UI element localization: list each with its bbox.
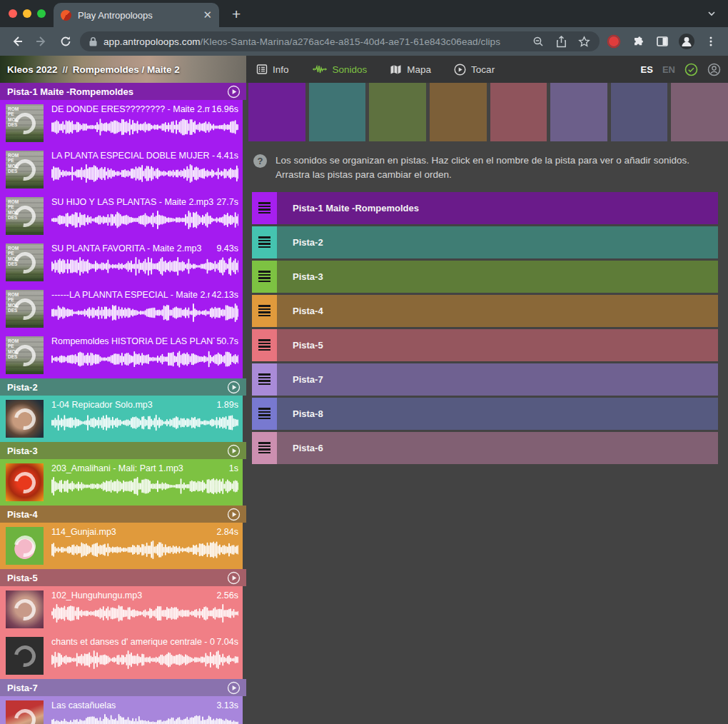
url-bar[interactable]: app.antropoloops.com/Kleos-Santa-Marina/… [80,31,600,51]
clip[interactable]: 114_Gunjai.mp32.84s [0,523,243,569]
window-minimize-button[interactable] [23,9,31,18]
clip[interactable]: ROM PE MOL DES SU HIJO Y LAS PLANTAS - M… [0,193,243,239]
clip-thumbnail: ROM PE MOL DES [6,151,44,188]
drag-handle[interactable] [252,226,277,258]
tab-close-icon[interactable]: ✕ [203,9,212,21]
profile-avatar[interactable] [677,31,697,51]
browser-tab[interactable]: Play Antropoloops ✕ [54,3,219,27]
track-row: Pista-6 [252,432,718,464]
drag-handle[interactable] [252,329,277,361]
grip-icon [258,305,271,316]
language-es[interactable]: ES [641,64,653,75]
browser-menu-kebab-icon[interactable] [701,31,721,51]
account-icon[interactable] [707,63,721,76]
nav-tocar[interactable]: Tocar [454,64,495,76]
zoom-level-icon[interactable] [530,33,547,50]
clip-thumbnail: ROM PE MOL DES [6,104,44,142]
sync-check-icon[interactable] [684,63,698,76]
new-tab-button[interactable]: + [232,6,241,27]
forward-icon[interactable] [31,31,51,51]
clip[interactable]: 1-04 Repicador Solo.mp31.89s [0,396,243,442]
track-header[interactable]: Pista-2 [0,378,246,396]
drag-handle[interactable] [252,432,277,464]
drag-handle[interactable] [252,398,277,430]
nav-mapa[interactable]: Mapa [390,64,431,75]
breadcrumb-project[interactable]: Kleos 2022 [7,64,58,75]
track-header[interactable]: Pista-7 [0,679,246,696]
clip[interactable]: Las castañuelas3.13s [0,696,243,724]
clip[interactable]: ROM PE MOL DES DE DONDE ERES???????? - M… [0,100,243,146]
track-header[interactable]: Pista-4 [0,506,246,523]
extensions-puzzle-icon[interactable] [628,31,648,51]
nav-info[interactable]: Info [256,64,289,75]
share-icon[interactable] [552,33,570,50]
tracks-sidebar: Pista-1 Maite -Rompemoldes ROM PE MOL DE… [0,83,246,724]
loop-icon [10,531,40,561]
track-row-bar[interactable]: Pista-5 [277,329,718,361]
track-play-button[interactable] [227,85,241,99]
clip-body: Las castañuelas3.13s [51,700,238,724]
track-section-pista2: Pista-2 1-04 Repicador Solo.mp31.89s [0,378,246,442]
clip[interactable]: ROM PE MOL DES ------LA PLANNTA ESPECIAL… [0,286,243,332]
track-header[interactable]: Pista-3 [0,442,246,459]
waveform [51,118,238,136]
tab-search-chevron-icon[interactable] [707,9,717,19]
clip[interactable]: 102_Hunguhungu.mp32.56s [0,586,243,633]
track-play-button[interactable] [227,508,241,521]
back-icon[interactable] [7,31,27,51]
track-row-name: Pista-5 [293,340,323,351]
track-section-pista1: Pista-1 Maite -Rompemoldes ROM PE MOL DE… [0,83,246,378]
nav-mapa-label: Mapa [407,64,431,75]
track-row-bar[interactable]: Pista-4 [277,295,718,327]
color-swatch [671,83,728,141]
waveform [51,303,238,322]
waveform [51,350,238,368]
reload-icon[interactable] [56,31,76,51]
color-swatch [611,83,668,141]
drag-handle[interactable] [252,261,277,293]
color-swatch [309,83,366,141]
clip-duration: 2.84s [216,527,238,537]
track-name: Pista-2 [7,382,227,393]
clip[interactable]: ROM PE MOL DES Rompemoldes HISTORIA DE L… [0,332,243,378]
clip[interactable]: ROM PE MOL DES LA PLANTA ESPECIAL DOBLE … [0,146,243,193]
drag-handle[interactable] [252,192,277,224]
drag-handle[interactable] [252,295,277,327]
clip-duration: 3.13s [216,700,238,710]
track-header[interactable]: Pista-5 [0,569,246,586]
track-play-button[interactable] [227,681,241,695]
track-row-bar[interactable]: Pista-6 [277,432,718,464]
clip-thumbnail [6,590,44,628]
track-row-name: Pista-8 [293,408,323,419]
drag-handle[interactable] [252,363,277,396]
track-play-button[interactable] [227,444,241,458]
clip[interactable]: ROM PE MOL DES SU PLANTA FAVORITA - Mait… [0,239,243,286]
track-row-bar[interactable]: Pista-3 [277,261,718,293]
track-play-button[interactable] [227,381,241,394]
window-zoom-button[interactable] [37,9,46,18]
clip-title: SU HIJO Y LAS PLANTAS - Maite 2.mp3 [51,197,215,207]
clip[interactable]: chants et danses d' amerique centrale - … [0,633,243,679]
track-section-pista7: Pista-7 Las castañuelas3.13s [0,679,246,724]
track-header[interactable]: Pista-1 Maite -Rompemoldes [0,83,246,100]
clip-title: 203_Amalihani - Mali: Part 1.mp3 [51,463,228,473]
loop-icon [10,705,40,724]
waveform [51,211,238,229]
track-row-bar[interactable]: Pista-7 [277,363,718,396]
track-row-bar[interactable]: Pista-2 [277,226,718,258]
nav-sonidos[interactable]: Sonidos [312,64,368,75]
window-close-button[interactable] [9,9,17,18]
clip-body: SU PLANTA FAVORITA - Maite 2.mp39.43s [51,243,238,281]
record-icon[interactable] [604,31,624,51]
map-icon [390,64,402,75]
track-row-bar[interactable]: Pista-8 [277,398,718,430]
side-panel-icon[interactable] [652,31,672,51]
track-play-button[interactable] [227,571,241,585]
clip[interactable]: 203_Amalihani - Mali: Part 1.mp31s [0,459,243,506]
waveform [51,541,238,559]
color-swatch [430,83,487,141]
language-en[interactable]: EN [662,64,675,75]
track-row-bar[interactable]: Pista-1 Maite -Rompemoldes [277,192,718,224]
breadcrumb-section[interactable]: Rompemoldes / Maite 2 [73,64,180,75]
bookmark-star-icon[interactable] [575,33,592,50]
